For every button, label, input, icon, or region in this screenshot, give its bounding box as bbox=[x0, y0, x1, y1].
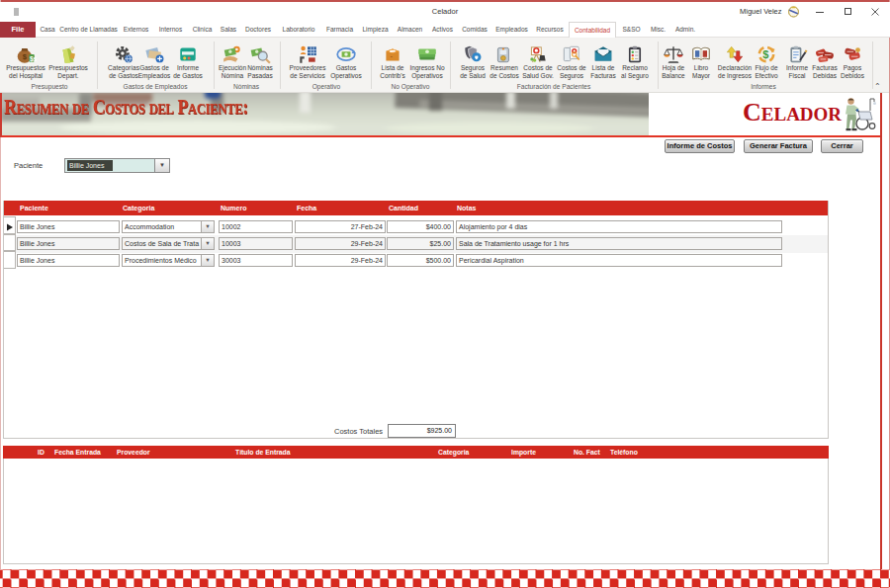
svg-text:$s: $s bbox=[30, 55, 37, 63]
svg-text:$: $ bbox=[23, 53, 28, 62]
svg-text:$: $ bbox=[762, 48, 768, 60]
svg-text:-: - bbox=[391, 53, 393, 59]
